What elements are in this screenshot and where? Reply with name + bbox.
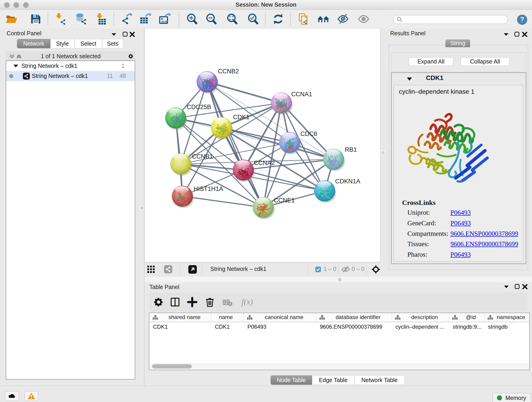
svg-text:RB1: RB1 [345,146,357,153]
svg-text:CCNA1: CCNA1 [291,91,312,98]
svg-text:CCNE1: CCNE1 [274,197,295,204]
svg-text:CCNA2: CCNA2 [254,160,275,166]
svg-text:CDK1: CDK1 [233,114,249,121]
svg-text:CDC25B: CDC25B [187,104,211,110]
svg-text:HIST1H1A: HIST1H1A [194,185,223,192]
svg-text:f(x): f(x) [241,297,253,306]
svg-text:CDC6: CDC6 [300,130,317,137]
svg-text:CDKN1A: CDKN1A [335,178,360,185]
svg-text:CCNB1: CCNB1 [192,153,213,160]
svg-text:CCNB2: CCNB2 [218,68,239,75]
